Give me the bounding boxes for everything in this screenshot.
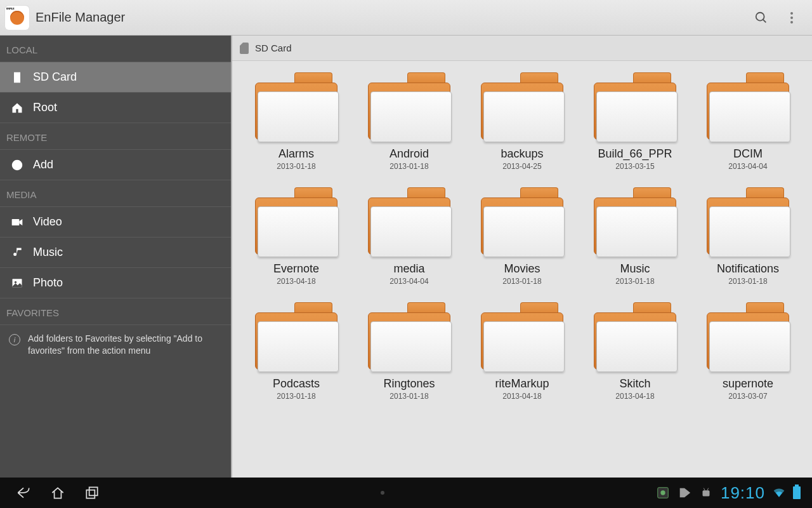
svg-rect-5 [12,219,20,225]
folder-name: backups [501,147,543,161]
sidebar-item-music[interactable]: Music [0,237,231,268]
folder-date: 2013-03-07 [728,392,767,401]
folder-icon [594,302,676,371]
folder-icon [707,72,789,141]
svg-rect-12 [702,490,709,496]
folder-icon [481,187,563,256]
favorites-hint-text: Add folders to Favorites by selecting "A… [28,333,222,357]
folder-item[interactable]: Notifications2013-01-18 [691,187,804,286]
home-icon [10,102,24,114]
folder-icon [368,72,450,141]
nav-back-button[interactable] [6,478,41,508]
folder-name: Android [390,147,429,161]
sidebar-section-media: MEDIA [0,180,231,207]
folder-icon [707,187,789,256]
favorites-hint: i Add folders to Favorites by selecting … [0,325,231,364]
folder-date: 2013-03-15 [615,162,654,171]
folder-item[interactable]: Evernote2013-04-18 [240,187,353,286]
app-title: EnFile Manager [36,10,125,25]
folder-name: Skitch [619,377,650,391]
folder-date: 2013-01-18 [390,162,428,171]
folder-date: 2013-04-18 [502,392,541,401]
folder-name: Build_66_PPR [598,147,672,161]
notification-dot [381,491,384,495]
recent-apps-icon [84,485,100,501]
folder-date: 2013-04-25 [502,162,541,171]
folder-date: 2013-01-18 [615,277,654,286]
sidebar-item-root[interactable]: Root [0,93,231,123]
folder-date: 2013-04-18 [277,277,315,286]
sidebar-item-video[interactable]: Video [0,207,231,237]
sdcard-icon [10,71,24,84]
svg-point-7 [15,281,16,283]
nav-home-button[interactable] [41,478,75,508]
svg-line-14 [707,488,709,491]
search-button[interactable] [746,3,776,33]
folder-item[interactable]: Alarms2013-01-18 [240,72,353,171]
sidebar-item-label: Video [33,215,62,229]
system-tray[interactable]: 19:10 [656,483,806,503]
svg-line-1 [763,19,766,22]
action-bar: ENFILE EnFile Manager [0,0,812,36]
tray-android-icon [699,486,713,500]
folder-date: 2013-01-18 [390,392,428,401]
folder-name: Notifications [717,262,779,276]
sidebar-item-label: Music [33,246,63,259]
sidebar-item-sdcard[interactable]: SD Card [0,62,231,93]
info-icon: i [9,334,20,345]
system-clock: 19:10 [721,483,765,503]
music-icon [10,246,24,259]
sidebar-item-label: Add [33,158,53,171]
folder-item[interactable]: Podcasts2013-01-18 [240,302,353,401]
sidebar-section-favorites: FAVORITES [0,298,231,325]
folder-item[interactable]: media2013-04-04 [353,187,466,286]
back-icon [15,485,32,501]
folder-icon [594,187,676,256]
folder-item[interactable]: Android2013-01-18 [353,72,466,171]
folder-date: 2013-01-18 [728,277,767,286]
folder-date: 2013-04-04 [728,162,767,171]
folder-date: 2013-04-18 [615,392,654,401]
folder-name: Evernote [273,262,319,276]
folder-icon [594,72,676,141]
sidebar: LOCAL SD Card Root REMOTE Add MEDIA Vid [0,36,232,478]
video-icon [10,216,24,229]
svg-line-13 [704,488,705,491]
folder-item[interactable]: backups2013-04-25 [466,72,579,171]
home-icon [49,485,66,501]
folder-icon [481,72,563,141]
folder-name: Podcasts [273,377,320,391]
folder-item[interactable]: Music2013-01-18 [579,187,691,286]
folder-date: 2013-04-04 [390,277,428,286]
folder-icon [368,187,450,256]
folder-item[interactable]: Movies2013-01-18 [466,187,579,286]
breadcrumb[interactable]: SD Card [232,36,812,61]
folder-name: riteMarkup [495,377,549,391]
folder-name: Alarms [278,147,314,161]
folder-name: DCIM [733,147,763,161]
system-navbar: 19:10 [0,478,812,508]
svg-rect-9 [89,487,98,495]
sidebar-section-remote: REMOTE [0,123,231,150]
sidebar-item-add-remote[interactable]: Add [0,150,231,180]
sidebar-item-photo[interactable]: Photo [0,268,231,298]
folder-icon [368,302,450,371]
folder-name: media [393,262,424,276]
folder-item[interactable]: Skitch2013-04-18 [579,302,691,401]
folder-item[interactable]: riteMarkup2013-04-18 [466,302,579,401]
folder-item[interactable]: DCIM2013-04-04 [691,72,804,171]
folder-icon [255,72,337,141]
app-icon: ENFILE [5,6,29,30]
overflow-menu-button[interactable] [776,3,807,33]
sidebar-item-label: SD Card [33,70,77,84]
folder-icon [481,302,563,371]
folder-item[interactable]: Ringtones2013-01-18 [353,302,466,401]
nav-recent-button[interactable] [75,478,109,508]
folder-name: supernote [723,377,773,391]
sidebar-item-label: Photo [33,276,63,290]
folder-date: 2013-01-18 [502,277,541,286]
folder-item[interactable]: Build_66_PPR2013-03-15 [579,72,691,171]
tray-play-icon [678,486,691,500]
breadcrumb-label: SD Card [255,43,292,53]
folder-item[interactable]: supernote2013-03-07 [691,302,804,401]
